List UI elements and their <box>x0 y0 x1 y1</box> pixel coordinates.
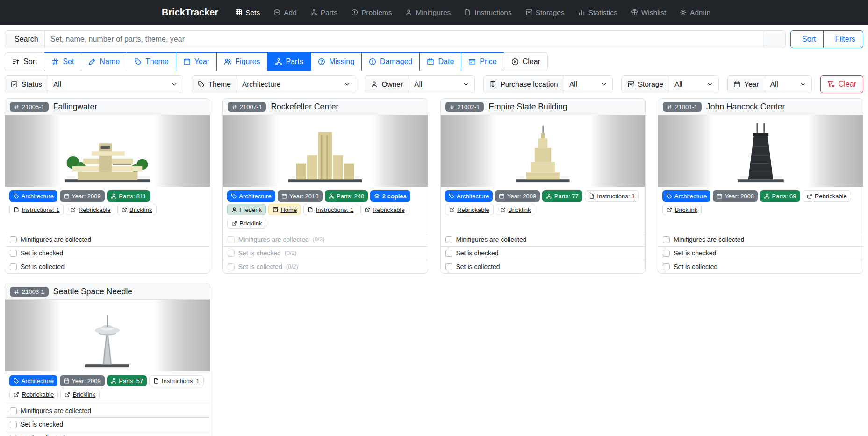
search-input[interactable] <box>45 31 763 48</box>
set-number-badge: 21007-1 <box>228 102 266 112</box>
storage-link-badge[interactable]: Home <box>268 204 301 215</box>
x-circle-icon <box>511 58 519 65</box>
hash-icon <box>667 104 672 109</box>
checkbox[interactable] <box>10 435 17 436</box>
set-badges: Architecture Year: 2009 Parts: 77 Instru… <box>441 187 646 233</box>
checkbox[interactable] <box>10 250 17 257</box>
set-checklist: Minifigures are collected Set is checked… <box>5 404 210 436</box>
checkbox[interactable] <box>10 407 17 414</box>
checkbox[interactable] <box>10 263 17 270</box>
instructions-link-badge[interactable]: Instructions: 1 <box>149 375 203 386</box>
external-link-icon <box>231 220 237 226</box>
parts-icon <box>546 193 552 199</box>
parts-icon <box>111 193 117 199</box>
sortbar-button-theme[interactable]: Theme <box>127 52 176 71</box>
clear-search-button[interactable] <box>763 31 785 48</box>
external-link-icon <box>807 193 813 199</box>
tag-icon <box>13 193 19 199</box>
bricklink-link-badge[interactable]: Bricklink <box>227 218 266 229</box>
theme-filter-select[interactable]: Architecture <box>237 76 356 93</box>
parts-badge: Parts: 69 <box>760 190 800 202</box>
checkbox[interactable] <box>663 263 670 270</box>
storage-filter-select[interactable]: All <box>669 76 718 93</box>
archive-icon <box>273 207 279 213</box>
rebrickable-link-badge[interactable]: Rebrickable <box>445 204 494 215</box>
set-card: 21005-1 Fallingwater Architecture Year: … <box>5 98 210 274</box>
rebrickable-link-badge[interactable]: Rebrickable <box>803 190 851 202</box>
sortbar-button-parts[interactable]: Parts <box>267 52 311 71</box>
filters-button[interactable]: Filters <box>823 30 863 48</box>
set-title: Rockefeller Center <box>271 102 338 112</box>
people-icon <box>224 58 231 65</box>
year-badge: Year: 2009 <box>60 190 105 202</box>
nav-item-storages[interactable]: Storages <box>525 8 565 17</box>
set-card-header: 21001-1 John Hancock Center <box>658 99 863 115</box>
checkbox[interactable] <box>10 236 17 243</box>
purchase-location-filter-select[interactable]: All <box>564 76 612 93</box>
sortbar-button-figures[interactable]: Figures <box>216 52 267 71</box>
nav-item-parts[interactable]: Parts <box>310 8 337 17</box>
set-card-header: 21007-1 Rockefeller Center <box>223 99 428 115</box>
checkbox[interactable] <box>228 236 235 243</box>
external-link-icon <box>122 207 128 213</box>
sortbar-button-sort[interactable]: Sort <box>5 52 44 71</box>
archive-icon <box>525 9 532 16</box>
brand-link[interactable]: BrickTracker <box>158 7 218 18</box>
bricklink-link-badge[interactable]: Bricklink <box>117 204 157 215</box>
sortbar-button-name[interactable]: Name <box>81 52 127 71</box>
clear-filters-button[interactable]: Clear <box>820 75 863 93</box>
checkbox[interactable] <box>228 250 235 257</box>
sortbar-button-missing[interactable]: Missing <box>310 52 362 71</box>
nav-item-problems[interactable]: Problems <box>351 8 392 17</box>
checkbox[interactable] <box>445 263 452 270</box>
search-label: Search <box>5 31 45 48</box>
file-icon <box>153 378 159 384</box>
sort-button[interactable]: Sort <box>790 30 824 48</box>
hash-icon <box>450 104 455 109</box>
parts-badge: Parts: 811 <box>107 190 150 202</box>
calendar-icon <box>499 193 505 199</box>
nav-item-statistics[interactable]: Statistics <box>578 8 617 17</box>
calendar-icon <box>183 58 191 65</box>
instructions-link-badge[interactable]: Instructions: 1 <box>9 204 64 215</box>
checkbox-icon <box>11 81 18 88</box>
instructions-link-badge[interactable]: Instructions: 1 <box>585 190 639 202</box>
sort-bar: Sort Set Name Theme Year Figures Parts M… <box>5 52 863 71</box>
file-icon <box>14 207 20 213</box>
checkbox[interactable] <box>228 263 235 270</box>
nav-item-minifigures[interactable]: Minifigures <box>405 8 451 17</box>
year-filter-select[interactable]: All <box>765 76 811 93</box>
sortbar-button-set[interactable]: Set <box>44 52 81 71</box>
owner-filter-select[interactable]: All <box>409 76 474 93</box>
nav-item-wishlist[interactable]: Wishlist <box>631 8 666 17</box>
checkbox[interactable] <box>663 250 670 257</box>
bricklink-link-badge[interactable]: Bricklink <box>662 204 702 215</box>
sortbar-button-damaged[interactable]: Damaged <box>361 52 420 71</box>
bricklink-link-badge[interactable]: Bricklink <box>496 204 535 215</box>
checkbox[interactable] <box>445 236 452 243</box>
check-row: Set is collected <box>5 431 210 436</box>
instructions-link-badge[interactable]: Instructions: 1 <box>303 204 358 215</box>
sortbar-button-clear[interactable]: Clear <box>504 52 548 71</box>
nav-item-add[interactable]: Add <box>273 8 297 17</box>
checkbox[interactable] <box>663 236 670 243</box>
rebrickable-link-badge[interactable]: Rebrickable <box>9 389 58 400</box>
rebrickable-link-badge[interactable]: Rebrickable <box>360 204 409 215</box>
status-filter-select[interactable]: All <box>48 76 183 93</box>
parts-icon <box>329 193 335 199</box>
bricklink-link-badge[interactable]: Bricklink <box>60 389 100 400</box>
sort-filter-buttons: Sort Filters <box>790 30 863 48</box>
checkbox[interactable] <box>445 250 452 257</box>
tag-icon <box>134 58 142 65</box>
sortbar-button-price[interactable]: Price <box>461 52 504 71</box>
check-row: Set is checked <box>441 246 646 260</box>
nav-item-admin[interactable]: Admin <box>680 8 710 17</box>
sortbar-button-date[interactable]: Date <box>419 52 461 71</box>
nav-item-instructions[interactable]: Instructions <box>464 8 511 17</box>
rebrickable-link-badge[interactable]: Rebrickable <box>66 204 115 215</box>
hash-icon <box>14 289 19 294</box>
sortbar-button-year[interactable]: Year <box>176 52 217 71</box>
nav-item-sets[interactable]: Sets <box>235 8 260 17</box>
brand-title: BrickTracker <box>162 7 218 18</box>
checkbox[interactable] <box>10 421 17 428</box>
